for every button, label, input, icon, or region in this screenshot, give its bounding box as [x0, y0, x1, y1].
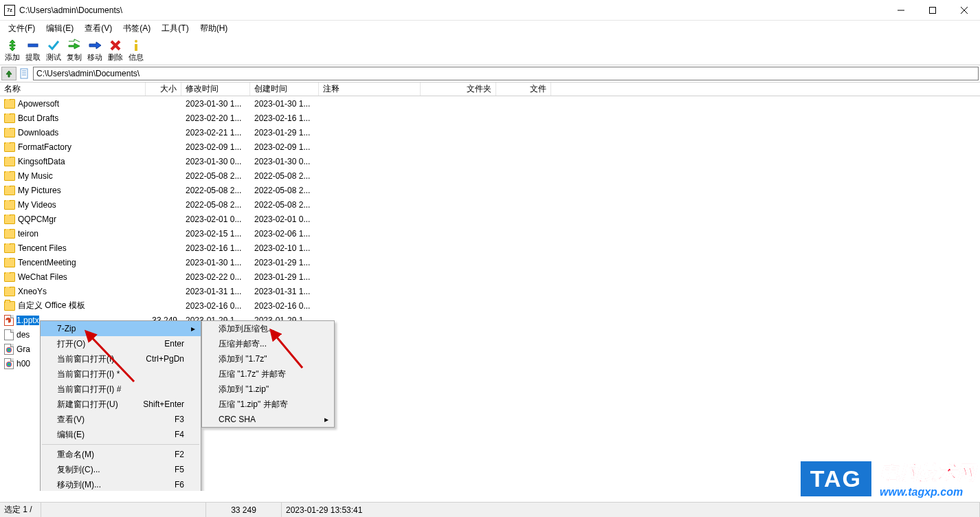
toolbar-check-button[interactable]: 测试: [44, 37, 63, 63]
column-header-2[interactable]: 修改时间: [181, 82, 250, 96]
file-list[interactable]: Apowersoft2023-01-30 1...2023-01-30 1...…: [0, 96, 980, 491]
context-item-shortcut: Shift+Enter: [143, 399, 184, 409]
file-created: 2022-05-08 2...: [250, 200, 319, 210]
submenu-item-label: 压缩 "1.7z" 并邮寄: [219, 368, 318, 380]
submenu-item-0[interactable]: 添加到压缩包...: [202, 321, 334, 336]
menu-item-2[interactable]: 查看(V): [79, 21, 118, 36]
context-item-0[interactable]: 7-Zip▸: [41, 321, 201, 336]
menu-item-0[interactable]: 文件(F): [3, 21, 41, 36]
check-icon: [47, 38, 60, 52]
svg-rect-8: [135, 44, 137, 51]
titlebar: 7z C:\Users\admin\Documents\: [0, 0, 980, 21]
toolbar-info-button[interactable]: 信息: [126, 37, 146, 63]
file-name: My Pictures: [18, 186, 61, 195]
file-modified: 2023-02-01 0...: [181, 214, 250, 224]
file-name: Downloads: [18, 128, 58, 138]
file-name: Apowersoft: [18, 99, 59, 109]
status-selection: 选定 1 /: [0, 503, 41, 517]
path-input[interactable]: [33, 67, 979, 80]
file-created: 2023-01-31 1...: [250, 287, 319, 296]
file-modified: 2023-01-30 0...: [181, 157, 250, 166]
file-name: My Videos: [18, 200, 56, 210]
file-created: 2023-02-06 1...: [250, 229, 319, 239]
file-created: 2023-02-16 0...: [250, 301, 319, 311]
file-name: QQPCMgr: [18, 214, 56, 224]
file-modified: 2023-02-16 1...: [181, 243, 250, 253]
column-header-3[interactable]: 创建时间: [250, 82, 319, 96]
folder-icon: [4, 229, 15, 239]
statusbar: 选定 1 / 33 249 2023-01-29 13:53:41: [0, 502, 980, 517]
toolbar-plus-button[interactable]: 添加: [3, 37, 22, 63]
submenu-item-5[interactable]: 压缩 "1.zip" 并邮寄: [202, 397, 334, 412]
context-item-10[interactable]: 复制到(C)...F5: [41, 462, 201, 477]
context-item-label: 当前窗口打开(I) *: [57, 368, 184, 380]
file-row[interactable]: Apowersoft2023-01-30 1...2023-01-30 1...: [0, 96, 980, 111]
submenu-item-1[interactable]: 压缩并邮寄...: [202, 336, 334, 351]
context-item-shortcut: F4: [175, 430, 184, 439]
minimize-button[interactable]: [885, 0, 917, 21]
file-created: 2023-02-09 1...: [250, 142, 319, 152]
file-row[interactable]: Bcut Drafts2023-02-20 1...2023-02-16 1..…: [0, 111, 980, 125]
context-item-shortcut: F2: [175, 450, 184, 459]
file-row[interactable]: Downloads2023-02-21 1...2023-01-29 1...: [0, 125, 980, 140]
column-header-5[interactable]: 文件夹: [421, 82, 496, 96]
file-modified: 2023-02-15 1...: [181, 229, 250, 239]
context-item-9[interactable]: 重命名(M)F2: [41, 447, 201, 462]
file-row[interactable]: XneoYs2023-01-31 1...2023-01-31 1...: [0, 284, 980, 298]
menu-item-3[interactable]: 书签(A): [118, 21, 156, 36]
context-item-6[interactable]: 查看(V)F3: [41, 412, 201, 427]
toolbar-delete-button[interactable]: 删除: [106, 37, 125, 63]
column-header-6[interactable]: 文件: [496, 82, 551, 96]
menu-item-4[interactable]: 工具(T): [156, 21, 194, 36]
file-row[interactable]: WeChat Files2023-02-22 0...2023-01-29 1.…: [0, 270, 980, 284]
file-row[interactable]: QQPCMgr2023-02-01 0...2023-02-01 0...: [0, 212, 980, 226]
info-icon: [129, 38, 143, 52]
up-button[interactable]: [1, 67, 16, 80]
folder-icon: [4, 113, 15, 123]
file-row[interactable]: TencentMeeting2023-01-30 1...2023-01-29 …: [0, 255, 980, 270]
context-item-2[interactable]: 当前窗口打开(I)Ctrl+PgDn: [41, 351, 201, 366]
context-item-4[interactable]: 当前窗口打开(I) #: [41, 382, 201, 397]
close-button[interactable]: [948, 0, 980, 21]
file-created: 2023-01-29 1...: [250, 272, 319, 282]
context-item-label: 当前窗口打开(I): [57, 353, 129, 365]
file-row[interactable]: KingsoftData2023-01-30 0...2023-01-30 0.…: [0, 154, 980, 168]
submenu-item-label: 添加到 "1.7z": [219, 353, 318, 365]
context-item-shortcut: F5: [175, 465, 184, 474]
menu-item-5[interactable]: 帮助(H): [194, 21, 234, 36]
file-row[interactable]: My Music2022-05-08 2...2022-05-08 2...: [0, 168, 980, 183]
submenu-item-4[interactable]: 添加到 "1.zip": [202, 382, 334, 397]
toolbar-move-button[interactable]: 移动: [85, 37, 104, 63]
context-item-1[interactable]: 打开(O)Enter: [41, 336, 201, 351]
column-header-0[interactable]: 名称: [0, 82, 146, 96]
file-name: KingsoftData: [18, 157, 65, 166]
folder-icon: [4, 243, 15, 253]
copy-icon: [67, 38, 81, 52]
submenu-item-label: CRC SHA: [219, 415, 318, 424]
maximize-button[interactable]: [917, 0, 948, 21]
file-name: FormatFactory: [18, 142, 71, 152]
menu-item-1[interactable]: 编辑(E): [41, 21, 79, 36]
file-row[interactable]: FormatFactory2023-02-09 1...2023-02-09 1…: [0, 140, 980, 154]
submenu-item-6[interactable]: CRC SHA▸: [202, 412, 334, 427]
file-row[interactable]: My Videos2022-05-08 2...2022-05-08 2...: [0, 197, 980, 212]
svg-rect-4: [28, 44, 38, 47]
context-item-7[interactable]: 编辑(E)F4: [41, 427, 201, 442]
toolbar: 添加提取测试复制移动删除信息: [0, 36, 980, 65]
context-item-11[interactable]: 移动到(M)...F6: [41, 477, 201, 491]
file-row[interactable]: Tencent Files2023-02-16 1...2023-02-10 1…: [0, 241, 980, 255]
submenu-item-3[interactable]: 压缩 "1.7z" 并邮寄: [202, 366, 334, 382]
context-item-3[interactable]: 当前窗口打开(I) *: [41, 366, 201, 382]
file-modified: 2023-02-21 1...: [181, 128, 250, 138]
file-row[interactable]: 自定义 Office 模板2023-02-16 0...2023-02-16 0…: [0, 298, 980, 313]
file-row[interactable]: My Pictures2022-05-08 2...2022-05-08 2..…: [0, 183, 980, 197]
toolbar-minus-button[interactable]: 提取: [23, 37, 43, 63]
column-header-4[interactable]: 注释: [319, 82, 421, 96]
context-item-5[interactable]: 新建窗口打开(U)Shift+Enter: [41, 397, 201, 412]
column-header-1[interactable]: 大小: [146, 82, 181, 96]
file-modified: 2023-01-30 1...: [181, 99, 250, 109]
file-row[interactable]: teiron2023-02-15 1...2023-02-06 1...: [0, 226, 980, 241]
delete-icon: [109, 38, 122, 52]
toolbar-copy-button[interactable]: 复制: [65, 37, 84, 63]
submenu-item-2[interactable]: 添加到 "1.7z": [202, 351, 334, 366]
